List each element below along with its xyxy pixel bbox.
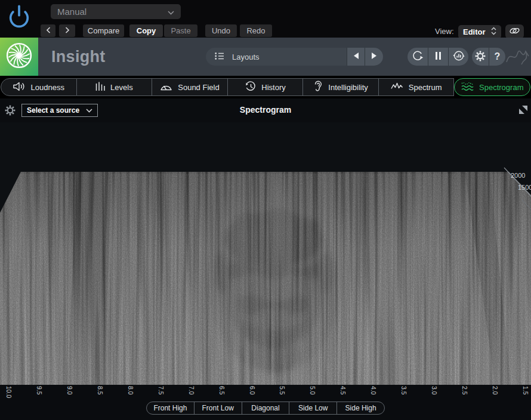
expand-icon xyxy=(518,107,528,116)
spectrogram-panel-header: Select a source Spectrogram xyxy=(0,98,531,122)
help-button[interactable]: ? xyxy=(489,48,505,66)
speaker-icon xyxy=(13,82,26,93)
time-axis-label: 7.5 xyxy=(158,386,165,395)
time-axis-label: 8.0 xyxy=(127,386,134,395)
compare-button[interactable]: Compare xyxy=(83,24,124,37)
undo-button[interactable]: Undo xyxy=(205,24,237,37)
time-axis-label: 9.0 xyxy=(66,386,73,395)
source-select-value: Select a source xyxy=(27,106,79,115)
replay-loop-icon xyxy=(412,50,424,64)
settings-button[interactable] xyxy=(472,48,489,66)
time-axis-label: 7.0 xyxy=(188,386,195,395)
up-down-stepper-icon xyxy=(491,27,496,37)
link-button[interactable] xyxy=(505,24,524,39)
spectrogram-display: 2000 1500 xyxy=(0,122,531,385)
bottom-bar: Front High Front Low Diagonal Side Low S… xyxy=(0,399,531,420)
chevron-left-icon xyxy=(46,26,51,35)
tab-label: Intelligibility xyxy=(328,83,368,92)
gear-icon xyxy=(474,50,486,64)
layouts-next-button[interactable] xyxy=(365,48,383,66)
spectrum-wave-icon xyxy=(391,82,403,92)
layouts-button[interactable]: Layouts xyxy=(206,48,347,66)
time-axis-label: 8.5 xyxy=(97,386,104,395)
meter-tab-bar: Loudness Levels Sound Field xyxy=(0,76,531,98)
time-axis-label: 4.5 xyxy=(339,386,347,395)
time-axis-label: 5.5 xyxy=(279,386,286,395)
tab-label: Spectrogram xyxy=(479,83,523,92)
history-forward-button[interactable] xyxy=(59,24,75,37)
time-axis-label: 2.5 xyxy=(461,386,468,395)
power-button[interactable] xyxy=(5,2,33,34)
question-icon: ? xyxy=(495,51,501,62)
view-side-low-button[interactable]: Side Low xyxy=(289,402,336,414)
view-label: View: xyxy=(435,27,454,36)
view-side-high-button[interactable]: Side High xyxy=(336,402,384,414)
izotope-logo xyxy=(0,38,38,76)
tab-label: Loudness xyxy=(31,83,64,92)
settings-help-group: ? xyxy=(472,48,505,66)
time-axis-label: 9.5 xyxy=(36,386,43,395)
view-select-value: Editor xyxy=(463,27,486,36)
freq-axis-label: 1500 xyxy=(518,184,531,191)
chevron-down-icon xyxy=(86,106,92,115)
gauge-icon xyxy=(160,82,172,92)
replay-button[interactable] xyxy=(407,48,428,66)
view-select[interactable]: Editor xyxy=(458,25,501,39)
view-angle-control: Front High Front Low Diagonal Side Low S… xyxy=(146,402,385,415)
tab-label: Levels xyxy=(110,83,133,92)
view-front-low-button[interactable]: Front Low xyxy=(194,402,242,414)
pinwheel-icon xyxy=(5,42,33,72)
link-icon xyxy=(509,27,520,36)
tab-spectrum[interactable]: Spectrum xyxy=(379,78,455,96)
tab-intelligibility[interactable]: Intelligibility xyxy=(303,78,379,96)
source-select[interactable]: Select a source xyxy=(21,104,98,117)
tab-history[interactable]: History xyxy=(228,78,304,96)
tab-label: History xyxy=(261,83,285,92)
app-title: Insight xyxy=(51,48,106,66)
layouts-prev-button[interactable] xyxy=(347,48,365,66)
tab-levels[interactable]: Levels xyxy=(77,78,153,96)
reset-meters-button[interactable] xyxy=(448,48,468,66)
tab-loudness[interactable]: Loudness xyxy=(1,78,77,96)
signature-scribble-icon xyxy=(505,45,530,70)
top-toolbar: Manual Compare Copy Paste Undo Redo View… xyxy=(0,0,531,38)
history-back-button[interactable] xyxy=(41,24,55,37)
spectrogram-waves-icon xyxy=(461,82,474,93)
freq-axis-label: 2000 xyxy=(511,172,525,179)
list-icon xyxy=(215,52,224,61)
app-header: Insight Layouts xyxy=(0,38,531,76)
time-axis-label: 3.5 xyxy=(400,386,407,395)
chevron-right-icon xyxy=(65,26,70,35)
time-axis-label: 6.0 xyxy=(249,386,256,395)
tab-sound-field[interactable]: Sound Field xyxy=(152,78,228,96)
paste-button[interactable]: Paste xyxy=(164,24,197,37)
history-clock-icon xyxy=(245,81,256,94)
redo-button[interactable]: Redo xyxy=(240,24,272,37)
time-axis: 10.09.59.08.58.07.57.06.56.05.55.04.54.0… xyxy=(0,385,531,399)
time-axis-label: 1.5 xyxy=(522,386,529,395)
time-axis-label: 4.0 xyxy=(370,386,377,395)
time-axis-label: 5.0 xyxy=(309,386,316,395)
time-axis-label: 10.0 xyxy=(5,386,13,398)
pause-button[interactable] xyxy=(428,48,448,66)
spectrogram-3d-surface: 2000 1500 xyxy=(0,122,531,385)
meter-reset-icon xyxy=(452,50,465,64)
meter-transport-group xyxy=(407,48,468,66)
copy-button[interactable]: Copy xyxy=(129,24,163,37)
view-front-high-button[interactable]: Front High xyxy=(147,402,194,414)
layouts-label: Layouts xyxy=(232,52,260,61)
pause-icon xyxy=(434,51,442,62)
panel-settings-button[interactable] xyxy=(4,104,16,118)
ear-icon xyxy=(313,81,323,94)
view-diagonal-button[interactable]: Diagonal xyxy=(242,402,289,414)
time-axis-label: 6.5 xyxy=(218,386,226,395)
tab-label: Spectrum xyxy=(409,83,442,92)
power-icon xyxy=(6,24,32,33)
preset-select[interactable]: Manual xyxy=(51,4,181,19)
expand-button[interactable] xyxy=(518,105,528,116)
gear-outline-icon xyxy=(4,109,16,118)
play-triangle-icon xyxy=(371,52,378,61)
tab-spectrogram[interactable]: Spectrogram xyxy=(454,78,530,96)
layouts-control: Layouts xyxy=(206,48,383,66)
level-bars-icon xyxy=(95,82,105,93)
